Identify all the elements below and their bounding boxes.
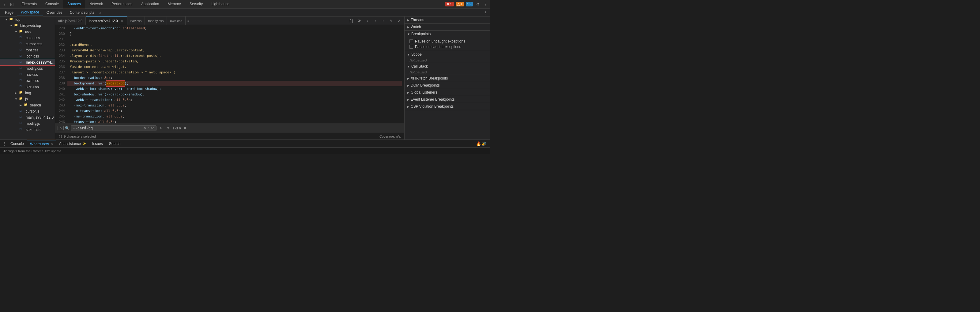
- tree-item-index-css[interactable]: □ index.css?v=4.12.0: [0, 59, 55, 65]
- code-line-234: .layout > div:first-child:not(.recent-po…: [67, 53, 402, 59]
- search-case-match-icon[interactable]: Aa: [151, 126, 154, 130]
- editor-tab-close-icon[interactable]: ✕: [120, 19, 124, 23]
- collapse-icon[interactable]: ⤢: [396, 17, 402, 24]
- tab-console[interactable]: Console: [41, 0, 63, 8]
- subtab-overrides[interactable]: Overrides: [43, 9, 66, 16]
- section-threads-header[interactable]: ▶ Threads: [404, 16, 490, 23]
- scope-not-paused: Not paused: [404, 58, 490, 63]
- breakpoints-item-uncaught[interactable]: Pause on uncaught exceptions: [409, 38, 485, 44]
- search-case-icon[interactable]: B: [57, 126, 64, 130]
- move-right-icon[interactable]: →: [380, 17, 387, 24]
- section-callstack-header[interactable]: ▼ Call Stack: [404, 63, 490, 70]
- section-callstack: ▼ Call Stack Not paused: [404, 63, 490, 75]
- step-over-icon[interactable]: ↑: [372, 17, 379, 24]
- tree-item-img-folder[interactable]: ▶ 📁 img: [0, 90, 55, 96]
- search-next-icon[interactable]: ∨: [165, 125, 171, 131]
- devtools-dock-icon[interactable]: ◱: [9, 1, 15, 7]
- bottom-tab-whatsnew[interactable]: What's new ✕: [27, 140, 56, 147]
- section-global-header[interactable]: ▶ Global Listeners: [404, 89, 490, 96]
- warning-badge[interactable]: △ 1: [456, 2, 464, 6]
- threads-arrow-icon: ▶: [407, 18, 409, 22]
- tree-item-modify-css[interactable]: □ modify.css: [0, 65, 55, 71]
- main-nav-tabs: Elements Console Sources Network Perform…: [17, 0, 234, 8]
- tree-item-birdyweb[interactable]: ▼ 📁 birdyweb.top: [0, 23, 55, 29]
- tab-elements[interactable]: Elements: [17, 0, 41, 8]
- tab-lighthouse[interactable]: Lighthouse: [207, 0, 234, 8]
- tree-item-top[interactable]: ▼ 📁 top: [0, 16, 55, 23]
- whatsnew-close-icon[interactable]: ✕: [51, 142, 53, 146]
- code-s4: ;: [123, 114, 125, 119]
- tree-item-size-css[interactable]: □ size.css: [0, 84, 55, 90]
- section-xhr-header[interactable]: ▶ XHR/fetch Breakpoints: [404, 75, 490, 82]
- tab-memory[interactable]: Memory: [164, 0, 185, 8]
- bottom-menu-icon[interactable]: ⋮: [1, 141, 7, 147]
- tree-item-font-css[interactable]: □ font.css: [0, 47, 55, 53]
- info-badge[interactable]: ℹ 2: [466, 2, 473, 6]
- tree-item-cursor-css[interactable]: □ cursor.css: [0, 41, 55, 47]
- section-breakpoints-header[interactable]: ▼ Breakpoints: [404, 30, 490, 37]
- settings-icon[interactable]: ⚙: [475, 1, 481, 7]
- section-scope-header[interactable]: ▼ Scope: [404, 51, 490, 58]
- pretty-print-icon[interactable]: { }: [348, 17, 355, 24]
- editor-tabs: utils.js?v=4.12.0 index.css?v=4.12.0 ✕ n…: [55, 16, 404, 25]
- tree-item-main-js[interactable]: □ main.js?v=4.12.0: [0, 114, 55, 120]
- tree-item-js-folder[interactable]: ▼ 📁 js: [0, 96, 55, 102]
- code-line-239: -webkit-box-shadow: var(--card-box-shado…: [67, 86, 402, 92]
- bottom-tab-issues[interactable]: Issues: [89, 140, 106, 147]
- search-clear-icon[interactable]: ✕: [143, 126, 146, 130]
- bottom-tab-ai[interactable]: AI assistance ✨: [56, 140, 89, 147]
- tree-item-nav-css[interactable]: □ nav.css: [0, 71, 55, 78]
- editor-tab-nav-css[interactable]: nav.css: [127, 16, 145, 25]
- editor-tab-utils[interactable]: utils.js?v=4.12.0: [55, 16, 86, 25]
- section-csp-header[interactable]: ▶ CSP Violation Breakpoints: [404, 103, 490, 110]
- tree-item-color-css[interactable]: □ color.css: [0, 35, 55, 41]
- editor-tab-index-css[interactable]: index.css?v=4.12.0 ✕: [86, 16, 127, 25]
- editor-scroll-track[interactable]: [402, 25, 404, 123]
- devtools-menu-icon[interactable]: ⋮: [1, 1, 7, 7]
- search-input[interactable]: [73, 126, 142, 130]
- code-line-243: -o-transition: all 0.3s;: [67, 108, 402, 114]
- tree-item-cursor-js[interactable]: □ cursor.js: [0, 108, 55, 114]
- search-close-icon[interactable]: ✕: [183, 126, 186, 130]
- breakpoints-item-caught[interactable]: Pause on caught exceptions: [409, 44, 485, 49]
- tab-network[interactable]: Network: [85, 0, 107, 8]
- checkbox-caught[interactable]: [409, 45, 413, 49]
- error-badge[interactable]: ✕ 5: [445, 2, 453, 6]
- tree-item-modify-js[interactable]: □ modify.js: [0, 120, 55, 127]
- tab-security[interactable]: Security: [185, 0, 207, 8]
- tree-item-icon-css[interactable]: □ icon.css: [0, 53, 55, 59]
- nav-icons: ⋮ ◱: [1, 1, 15, 7]
- code-line-230: }: [67, 31, 402, 37]
- tree-item-sakura-js[interactable]: □ sakura.js: [0, 127, 55, 133]
- section-watch-header[interactable]: ▶ Watch: [404, 24, 490, 30]
- tab-application[interactable]: Application: [137, 0, 164, 8]
- tree-item-search-folder[interactable]: ▶ 📁 search: [0, 102, 55, 108]
- tree-item-css-folder[interactable]: ▼ 📁 css: [0, 29, 55, 35]
- more-options-icon[interactable]: ⋮: [483, 1, 489, 7]
- new-snippet-icon[interactable]: ⋮: [483, 10, 489, 16]
- search-input-wrapper[interactable]: ✕ .* Aa: [71, 125, 156, 131]
- tab-performance[interactable]: Performance: [107, 0, 137, 8]
- sub-nav-more-icon[interactable]: »: [98, 10, 103, 15]
- search-regex-icon[interactable]: .*: [147, 126, 150, 130]
- section-event-header[interactable]: ▶ Event Listener Breakpoints: [404, 96, 490, 103]
- bottom-tab-search[interactable]: Search: [106, 140, 124, 147]
- bottom-tab-console[interactable]: Console: [7, 140, 27, 147]
- tab-sources[interactable]: Sources: [63, 0, 85, 8]
- subtab-content-scripts[interactable]: Content scripts: [66, 9, 98, 16]
- subtab-workspace[interactable]: Workspace: [17, 9, 43, 16]
- code-area[interactable]: -webkit-font-smoothing: antialiased; } .…: [67, 25, 402, 123]
- section-dom-header[interactable]: ▶ DOM Breakpoints: [404, 82, 490, 89]
- add-breakpoint-icon[interactable]: ↓: [364, 17, 371, 24]
- sync-icon[interactable]: ⟳: [356, 17, 363, 24]
- search-prev-icon[interactable]: ∧: [158, 125, 164, 131]
- editor-tab-own-css[interactable]: own.css: [167, 16, 186, 25]
- editor-tabs-more-icon[interactable]: »: [186, 19, 191, 23]
- step-icon[interactable]: ⤷: [388, 17, 395, 24]
- tree-item-own-css[interactable]: □ own.css: [0, 78, 55, 84]
- code-selector-2: .error404 #error-wrap .error-content,: [70, 48, 145, 53]
- subtab-page[interactable]: Page: [1, 9, 17, 16]
- checkbox-uncaught[interactable]: [409, 40, 413, 43]
- editor-tab-modify-css[interactable]: modify.css: [145, 16, 167, 25]
- scope-label: Scope: [411, 52, 422, 57]
